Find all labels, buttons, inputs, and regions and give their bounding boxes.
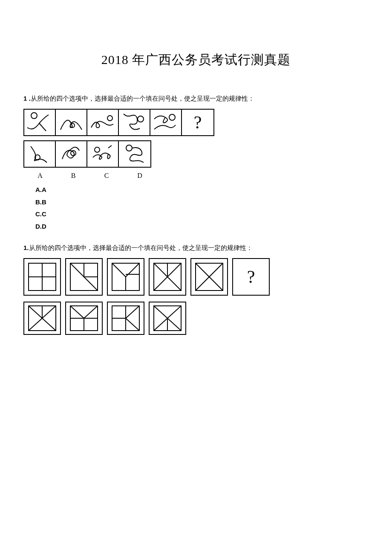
q1-ans-a <box>24 141 56 167</box>
q2-stem: 从所给的四个选项中，选择最合适的一个填在问号处，使之呈现一定的规律性： <box>29 244 253 251</box>
q2-ans-c <box>107 302 144 335</box>
svg-line-18 <box>126 263 139 277</box>
q2-seq-2 <box>65 258 103 296</box>
q1-seq-4 <box>119 110 150 135</box>
svg-line-24 <box>154 277 167 291</box>
q2-seq-3 <box>107 258 144 296</box>
svg-point-7 <box>95 147 100 152</box>
q2-text: 1.从所给的四个选项中，选择最合适的一个填在问号处，使之呈现一定的规律性： <box>23 243 369 253</box>
qmark-icon: ? <box>247 267 255 287</box>
label-d: D <box>123 172 156 180</box>
svg-line-35 <box>84 306 98 318</box>
q2-seq-1 <box>23 258 61 296</box>
q2-ans-b <box>65 302 103 335</box>
svg-line-34 <box>70 306 84 318</box>
q1-number: 1 . <box>23 95 31 102</box>
svg-line-41 <box>126 318 139 331</box>
option-b: B.B <box>35 196 369 209</box>
q1-seq-2 <box>56 110 87 135</box>
q2-seq-4 <box>149 258 186 296</box>
q1-seq-3 <box>87 110 119 135</box>
page-title: 2018 年广西公务员考试行测真题 <box>23 51 369 69</box>
q2-seq-5 <box>190 258 228 296</box>
q1-answers <box>23 140 151 168</box>
q1-options: A.A B.B C.C D.D <box>35 184 369 232</box>
q1-answer-labels: A B C D <box>23 172 156 180</box>
q2-sequence: ? <box>23 258 369 296</box>
svg-point-3 <box>138 116 144 122</box>
qmark-icon: ? <box>194 112 202 133</box>
svg-point-6 <box>71 151 76 156</box>
svg-point-0 <box>31 113 37 119</box>
option-a: A.A <box>35 184 369 196</box>
q1-ans-b <box>56 141 87 167</box>
svg-line-40 <box>126 306 139 318</box>
q2-number: 1. <box>23 244 29 251</box>
label-a: A <box>23 172 57 180</box>
q2-answers <box>23 302 369 335</box>
option-d: D.D <box>35 221 369 233</box>
label-b: B <box>57 172 90 180</box>
q1-text: 1 .从所给的四个选项中，选择最合适的一个填在问号处，使之呈现一定的规律性： <box>23 93 369 104</box>
q1-stem: 从所给的四个选项中，选择最合适的一个填在问号处，使之呈现一定的规律性： <box>31 95 254 102</box>
q1-sequence: ? <box>23 109 214 136</box>
svg-line-23 <box>167 263 181 277</box>
q1-ans-c <box>87 141 119 167</box>
svg-point-4 <box>169 114 175 120</box>
q1-seq-1 <box>24 110 56 135</box>
q1-seq-5 <box>150 110 182 135</box>
label-c: C <box>90 172 123 180</box>
option-c: C.C <box>35 208 369 221</box>
q2-ans-a <box>23 302 61 335</box>
svg-point-8 <box>126 145 132 151</box>
q1-seq-6: ? <box>182 110 213 135</box>
q2-ans-d <box>149 302 186 335</box>
q2-seq-6: ? <box>232 258 270 296</box>
svg-point-2 <box>107 116 112 121</box>
svg-line-17 <box>112 263 126 277</box>
q1-ans-d <box>119 141 150 167</box>
